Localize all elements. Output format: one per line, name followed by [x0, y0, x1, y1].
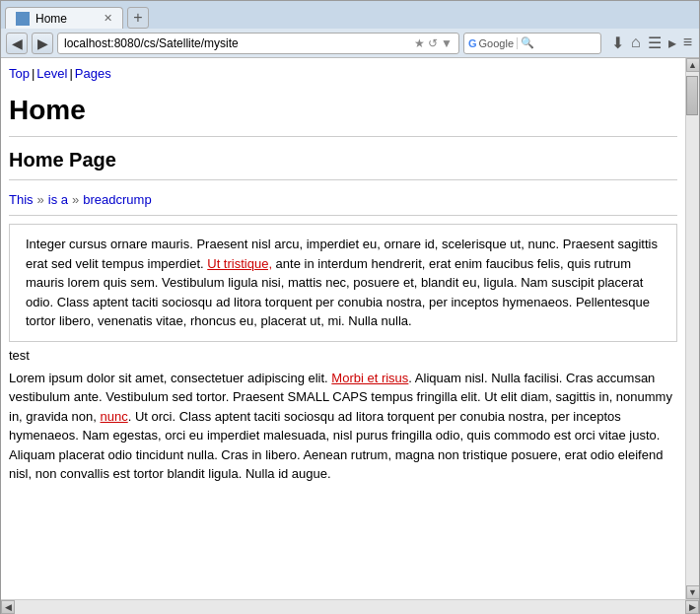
- overflow-icon[interactable]: ≡: [681, 34, 694, 52]
- breadcrumb-this[interactable]: This: [9, 192, 34, 207]
- quote-red-text: Ut tristique,: [207, 256, 272, 271]
- refresh-icon[interactable]: ↺: [428, 36, 438, 50]
- breadcrumb-arrow-2: »: [72, 192, 79, 207]
- scroll-down-arrow[interactable]: ▼: [686, 585, 700, 599]
- address-bar[interactable]: localhost:8080/cs/Satellite/mysite ★ ↺ ▼: [57, 33, 459, 54]
- bookmarks-icon[interactable]: ☰: [646, 34, 664, 52]
- nunc-link: nunc: [101, 409, 128, 424]
- search-icon: 🔍: [521, 36, 534, 49]
- sep2: |: [69, 66, 72, 81]
- tab-favicon: [16, 12, 30, 26]
- browser-tab[interactable]: Home ✕: [5, 7, 123, 29]
- tab-title: Home: [35, 12, 67, 26]
- new-tab-button[interactable]: +: [127, 7, 149, 29]
- scroll-left-arrow[interactable]: ◀: [1, 600, 15, 614]
- back-button[interactable]: ◀: [6, 33, 28, 54]
- forward-button[interactable]: ▶: [32, 33, 53, 54]
- breadcrumb-isa[interactable]: is a: [48, 192, 68, 207]
- quote-block: Integer cursus ornare mauris. Praesent n…: [9, 224, 677, 342]
- address-text: localhost:8080/cs/Satellite/mysite: [64, 36, 410, 50]
- main-paragraph: Lorem ipsum dolor sit amet, consectetuer…: [9, 369, 677, 484]
- main-heading: Home: [9, 85, 677, 134]
- page-nav: Top | Level | Pages: [9, 64, 677, 85]
- forward-icon: ▶: [37, 35, 48, 51]
- top-link[interactable]: Top: [9, 66, 30, 81]
- back-icon: ◀: [12, 35, 23, 51]
- divider-2: [9, 179, 677, 180]
- scroll-right-arrow[interactable]: ▶: [685, 600, 699, 614]
- breadcrumb: This » is a » breadcrump: [9, 188, 677, 213]
- morbi-link[interactable]: Morbi et risus: [331, 371, 408, 385]
- vertical-scrollbar[interactable]: ▲ ▼: [685, 58, 699, 599]
- star-icon[interactable]: ★: [414, 36, 425, 50]
- pages-link[interactable]: Pages: [75, 66, 111, 81]
- breadcrumb-arrow-1: »: [37, 192, 44, 207]
- small-text: test: [9, 348, 677, 363]
- para-text-1: Lorem ipsum dolor sit amet, consectetuer…: [9, 371, 331, 385]
- breadcrumb-breadcrump[interactable]: breadcrump: [83, 192, 151, 207]
- divider-1: [9, 136, 677, 137]
- h-scroll-track[interactable]: [15, 600, 685, 614]
- scroll-up-arrow[interactable]: ▲: [686, 58, 700, 72]
- horizontal-scrollbar[interactable]: ◀ ▶: [1, 599, 699, 613]
- scroll-thumb[interactable]: [686, 76, 698, 115]
- page-content: Top | Level | Pages Home Home Page This …: [1, 58, 685, 599]
- search-engine-label: G Google: [468, 37, 518, 49]
- level-link[interactable]: Level: [36, 66, 67, 81]
- sub-heading: Home Page: [9, 145, 677, 177]
- menu-icon[interactable]: ▸: [666, 34, 678, 52]
- scroll-track[interactable]: [686, 72, 699, 585]
- sep1: |: [32, 66, 35, 81]
- tab-close-icon[interactable]: ✕: [104, 12, 112, 25]
- download-icon[interactable]: ⬇: [609, 34, 626, 52]
- search-bar[interactable]: G Google 🔍: [463, 33, 601, 54]
- home-icon[interactable]: ⌂: [629, 34, 643, 52]
- divider-3: [9, 215, 677, 216]
- expand-icon[interactable]: ▼: [441, 36, 453, 50]
